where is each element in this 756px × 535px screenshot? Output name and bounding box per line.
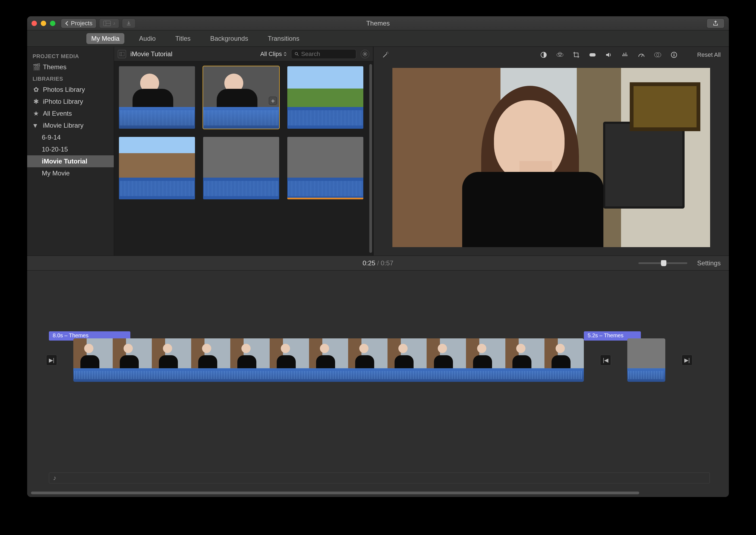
iphoto-icon: ✱ xyxy=(33,98,40,105)
view-toggle-button[interactable]: ♪ xyxy=(99,18,119,28)
sidebar-subitem-imovie-tutorial[interactable]: iMovie Tutorial xyxy=(27,155,114,167)
clip-thumbnail[interactable] xyxy=(119,137,195,199)
svg-line-28 xyxy=(641,55,643,57)
clip-filter-dropdown[interactable]: All Clips xyxy=(261,50,287,58)
clip-thumbnail-selected[interactable]: ＋ xyxy=(203,66,279,129)
volume-button[interactable] xyxy=(605,51,613,59)
media-tabs: My Media Audio Titles Backgrounds Transi… xyxy=(27,30,729,47)
tab-backgrounds[interactable]: Backgrounds xyxy=(205,33,253,44)
color-balance-button[interactable] xyxy=(540,51,548,59)
clip-thumbnail[interactable] xyxy=(287,66,363,129)
status-row: 0:25 / 0:57 Settings xyxy=(27,256,729,270)
sidebar-item-photos-library[interactable]: ✿ Photos Library xyxy=(27,84,114,96)
total-time: 0:57 xyxy=(381,259,393,267)
sidebar-label: Photos Library xyxy=(43,86,85,94)
gear-icon xyxy=(363,52,367,56)
search-icon xyxy=(294,52,299,56)
clip-thumbnail[interactable] xyxy=(287,137,363,199)
transition-out-icon[interactable]: ▶| xyxy=(682,355,692,366)
svg-rect-22 xyxy=(595,54,596,56)
sidebar-subitem-10-20-15[interactable]: 10-20-15 xyxy=(27,143,114,155)
horizontal-scrollbar[interactable] xyxy=(27,491,729,495)
scrollbar[interactable] xyxy=(369,64,372,253)
sidebar-label-themes: Themes xyxy=(43,63,67,71)
timeline-clip[interactable] xyxy=(73,338,584,382)
sidebar-item-all-events[interactable]: ★ All Events xyxy=(27,107,114,120)
themes-icon: 🎬 xyxy=(33,63,40,71)
zoom-slider[interactable] xyxy=(638,262,687,264)
sidebar-toggle-button[interactable] xyxy=(118,50,126,58)
imovie-window: Projects ♪ Themes My Media Audio Titles … xyxy=(27,16,729,497)
import-button[interactable] xyxy=(122,18,135,28)
sidebar-label: iMovie Tutorial xyxy=(42,157,87,165)
transition-icon[interactable]: |◀ xyxy=(600,355,611,366)
sidebar-label: 10-20-15 xyxy=(42,146,68,153)
music-icon: ♪ xyxy=(53,474,56,482)
disclosure-triangle-icon: ▶ xyxy=(33,122,40,129)
svg-point-5 xyxy=(295,52,297,55)
add-clip-button[interactable]: ＋ xyxy=(269,97,277,105)
audio-track[interactable]: ♪ xyxy=(49,472,710,483)
photos-icon: ✿ xyxy=(33,86,40,94)
sidebar-label: All Events xyxy=(43,110,72,117)
tab-titles[interactable]: Titles xyxy=(170,33,195,44)
toolbar-left-group: Projects ♪ xyxy=(61,18,135,28)
search-input[interactable] xyxy=(301,50,353,58)
sidebar-label: My Movie xyxy=(42,169,70,177)
sidebar-subitem-6-9-14[interactable]: 6-9-14 xyxy=(27,131,114,143)
current-time: 0:25 xyxy=(363,259,375,267)
tab-my-media[interactable]: My Media xyxy=(86,33,125,44)
star-icon: ★ xyxy=(33,110,40,117)
clip-filter-button[interactable] xyxy=(654,51,662,59)
minimize-window-button[interactable] xyxy=(41,21,46,26)
tab-transitions[interactable]: Transitions xyxy=(263,33,304,44)
svg-rect-33 xyxy=(674,54,675,56)
magic-wand-button[interactable] xyxy=(381,51,390,59)
preview-viewer[interactable] xyxy=(373,63,729,256)
reset-all-button[interactable]: Reset All xyxy=(697,51,721,58)
color-correction-button[interactable] xyxy=(556,51,564,59)
filter-label: All Clips xyxy=(261,50,282,58)
browser-title: iMovie Tutorial xyxy=(130,50,190,58)
svg-point-19 xyxy=(558,52,562,55)
noise-reduction-button[interactable] xyxy=(621,51,629,59)
svg-rect-20 xyxy=(590,53,595,56)
titlebar: Projects ♪ Themes xyxy=(27,16,729,30)
preview-toolbar: Reset All xyxy=(373,47,729,63)
tab-audio[interactable]: Audio xyxy=(134,33,160,44)
preview-frame xyxy=(392,68,710,247)
browser-header: iMovie Tutorial All Clips xyxy=(114,47,373,61)
stabilization-button[interactable] xyxy=(588,51,597,59)
search-field[interactable] xyxy=(291,49,356,59)
sidebar-item-themes[interactable]: 🎬 Themes xyxy=(27,61,114,73)
svg-line-13 xyxy=(366,55,367,56)
transition-in-icon[interactable]: ▶| xyxy=(46,355,57,366)
svg-line-15 xyxy=(366,52,367,53)
sidebar-label: iPhoto Library xyxy=(43,98,83,105)
sidebar-item-iphoto-library[interactable]: ✱ iPhoto Library xyxy=(27,96,114,107)
timeline[interactable]: 8.0s – Themes 5.2s – Themes ▶| |◀ ▶| ♪ xyxy=(27,270,729,497)
timeline-settings-button[interactable]: Settings xyxy=(697,259,721,267)
share-button[interactable] xyxy=(707,18,724,28)
projects-back-button[interactable]: Projects xyxy=(61,18,97,28)
sidebar-item-imovie-library[interactable]: ▶ iMovie Library xyxy=(27,120,114,131)
zoom-window-button[interactable] xyxy=(50,21,55,26)
clip-grid[interactable]: ＋ xyxy=(114,61,373,256)
updown-icon xyxy=(284,52,287,56)
clip-browser: iMovie Tutorial All Clips ＋ xyxy=(114,47,373,256)
preview-pane: Reset All xyxy=(373,47,729,256)
info-button[interactable] xyxy=(670,51,678,59)
crop-button[interactable] xyxy=(572,51,580,59)
sidebar-header-libraries: LIBRARIES xyxy=(27,73,114,84)
sidebar-subitem-my-movie[interactable]: My Movie xyxy=(27,167,114,179)
clip-thumbnail[interactable] xyxy=(203,137,279,199)
close-window-button[interactable] xyxy=(32,21,37,26)
browser-settings-related-button[interactable] xyxy=(361,50,369,58)
sidebar-label: 6-9-14 xyxy=(42,134,61,141)
svg-rect-21 xyxy=(590,54,590,56)
speed-button[interactable] xyxy=(637,51,645,59)
window-controls xyxy=(32,21,55,26)
timeline-clip[interactable] xyxy=(627,338,665,382)
svg-point-7 xyxy=(364,53,366,55)
clip-thumbnail[interactable] xyxy=(119,66,195,129)
